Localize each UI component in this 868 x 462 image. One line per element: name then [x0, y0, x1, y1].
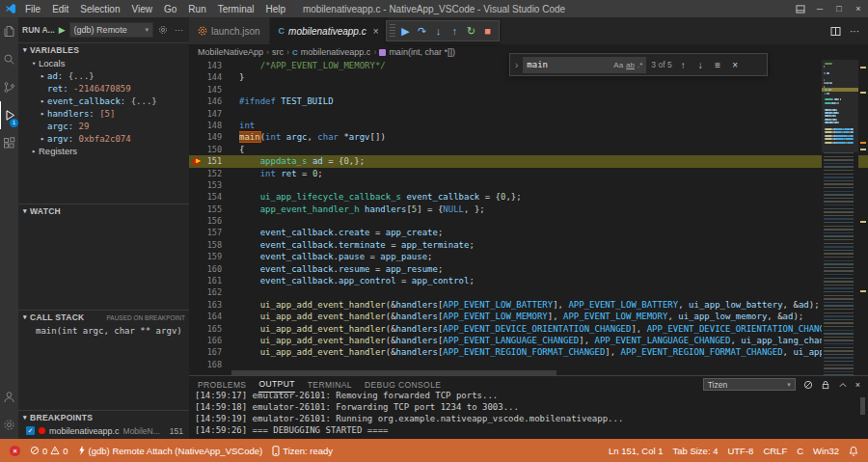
breadcrumb-item[interactable]: src — [272, 47, 284, 57]
maximize-button[interactable]: □ — [829, 0, 849, 17]
lock-scroll-icon[interactable] — [821, 380, 830, 390]
breadcrumb-item[interactable]: MobileNativeApp — [198, 47, 263, 57]
gutter[interactable]: 150 — [189, 144, 231, 155]
overview-ruler[interactable] — [858, 60, 868, 375]
line-number[interactable]: 158 — [207, 239, 222, 251]
gutter[interactable]: ▶151 — [189, 155, 231, 167]
line-number[interactable]: 166 — [207, 335, 222, 346]
debug-config-dropdown[interactable]: (gdb) Remote ▾ — [69, 22, 153, 38]
problems-indicator[interactable]: 0 0 — [25, 439, 73, 462]
gutter[interactable]: 153 — [189, 179, 231, 191]
continue-button[interactable]: ▶ — [397, 21, 414, 41]
line-number[interactable]: 154 — [207, 191, 222, 203]
gutter[interactable]: 149 — [189, 131, 231, 143]
code-line[interactable]: 160 event_callback.resume = app_resume; — [189, 263, 868, 275]
code-line[interactable]: 155 app_event_handler_h handlers[5] = {N… — [189, 204, 868, 215]
line-number[interactable]: 151 — [207, 155, 222, 167]
watch-section-header[interactable]: ▾ WATCH — [18, 204, 189, 218]
line-number[interactable]: 145 — [207, 84, 222, 95]
variable-row[interactable]: argc: 29 — [18, 120, 189, 132]
line-number[interactable]: 159 — [207, 251, 222, 262]
code-line[interactable]: 164 ui_app_add_event_handler(&handlers[A… — [189, 311, 868, 322]
close-button[interactable]: × — [849, 0, 868, 17]
breakpoint-checkbox[interactable]: ✓ — [26, 426, 35, 435]
line-number[interactable]: 153 — [207, 179, 222, 191]
line-number[interactable]: 168 — [207, 359, 222, 370]
menu-edit[interactable]: Edit — [46, 0, 74, 17]
code-line[interactable]: 157 event_callback.create = app_create; — [189, 227, 868, 238]
gutter[interactable]: 168 — [189, 359, 231, 370]
code-line[interactable]: 161 event_callback.app_control = app_con… — [189, 275, 868, 286]
variable-row[interactable]: ▸ad: {...} — [18, 69, 189, 82]
debug-gear-icon[interactable] — [156, 25, 170, 35]
breakpoints-section-header[interactable]: ▾ BREAKPOINTS — [18, 411, 189, 424]
variable-row[interactable]: ▸argv: 0xbfa2c074 — [18, 132, 189, 145]
gutter[interactable]: 148 — [189, 120, 231, 131]
gutter[interactable]: 157 — [189, 227, 231, 238]
gutter[interactable]: 143 — [189, 60, 231, 71]
code-line[interactable]: 150{ — [189, 144, 868, 155]
find-input[interactable]: main Aa ab .* — [523, 57, 646, 73]
line-number[interactable]: 147 — [207, 108, 222, 120]
run-and-debug-icon[interactable]: 1 — [0, 101, 18, 129]
gutter[interactable]: 155 — [189, 204, 231, 215]
code-line[interactable]: 158 event_callback.terminate = app_termi… — [189, 239, 868, 251]
line-number[interactable]: 161 — [207, 275, 222, 286]
breadcrumb-item[interactable]: Cmobilenativeapp.c — [292, 47, 370, 57]
gutter[interactable]: 145 — [189, 84, 231, 95]
remote-indicator[interactable]: × — [5, 439, 25, 462]
gutter[interactable]: 160 — [189, 263, 231, 275]
gutter[interactable]: 161 — [189, 275, 231, 286]
line-number[interactable]: 162 — [207, 286, 222, 298]
minimize-button[interactable]: ─ — [810, 0, 829, 17]
source-control-icon[interactable] — [0, 73, 18, 101]
gutter[interactable]: 159 — [189, 251, 231, 262]
status-tab-size[interactable]: Tab Size: 4 — [667, 439, 722, 462]
line-number[interactable]: 152 — [207, 168, 222, 179]
find-previous-button[interactable]: ↑ — [677, 60, 690, 70]
debug-session-indicator[interactable]: (gdb) Remote Attach (NativeApp_VSCode) — [73, 439, 268, 462]
account-icon[interactable] — [0, 383, 18, 411]
code-line[interactable]: 145 — [189, 84, 868, 95]
line-number[interactable]: 165 — [207, 323, 222, 335]
regex-icon[interactable]: .* — [637, 61, 642, 69]
line-number[interactable]: 156 — [207, 215, 222, 227]
code-line[interactable]: 152 int ret = 0; — [189, 168, 868, 179]
tab-launch-json[interactable]: launch.json — [189, 17, 270, 44]
gutter[interactable]: 166 — [189, 335, 231, 346]
match-case-icon[interactable]: Aa — [613, 61, 623, 69]
code-line[interactable]: 149main(int argc, char *argv[]) — [189, 131, 868, 143]
menu-go[interactable]: Go — [158, 0, 182, 17]
call-stack-section-header[interactable]: ▾ CALL STACK PAUSED ON BREAKPOINT — [18, 311, 189, 324]
gutter[interactable]: 158 — [189, 239, 231, 251]
find-close-button[interactable]: × — [729, 60, 742, 70]
gutter[interactable]: 162 — [189, 286, 231, 298]
settings-gear-icon[interactable] — [0, 411, 18, 439]
variable-row[interactable]: ▸handlers: [5] — [18, 107, 189, 120]
menu-file[interactable]: File — [19, 0, 46, 17]
search-icon[interactable] — [0, 45, 18, 73]
menu-run[interactable]: Run — [182, 0, 211, 17]
split-editor-icon[interactable] — [830, 26, 841, 37]
gutter[interactable]: 146 — [189, 95, 231, 107]
variable-row[interactable]: ret: -2146470859 — [18, 82, 189, 95]
maximize-panel-icon[interactable] — [838, 381, 848, 389]
close-tab-icon[interactable]: × — [373, 26, 379, 37]
step-into-button[interactable]: ↓ — [430, 21, 447, 41]
clear-output-icon[interactable] — [803, 380, 813, 390]
code-line[interactable]: 167 ui_app_add_event_handler(&handlers[A… — [189, 346, 868, 358]
start-debugging-button[interactable]: ▶ — [58, 25, 67, 35]
line-number[interactable]: 167 — [207, 346, 222, 358]
code-line[interactable]: 166 ui_app_add_event_handler(&handlers[A… — [189, 335, 868, 346]
breadcrumb-item[interactable]: main(int, char *[]) — [379, 47, 455, 57]
gutter[interactable]: 167 — [189, 346, 231, 358]
status-eol[interactable]: CRLF — [758, 439, 792, 462]
breakpoint-item[interactable]: ✓ mobilenativeapp.c MobileN... 151 — [18, 424, 189, 437]
notifications-bell-icon[interactable] — [844, 439, 863, 462]
gutter[interactable]: 165 — [189, 323, 231, 335]
gutter[interactable]: 156 — [189, 215, 231, 227]
whole-word-icon[interactable]: ab — [626, 61, 635, 69]
gutter[interactable]: 147 — [189, 108, 231, 120]
code-editor[interactable]: 143 /*APP_EVENT_LOW_MEMORY*/144}145146#i… — [189, 60, 868, 375]
line-number[interactable]: 149 — [207, 131, 222, 143]
